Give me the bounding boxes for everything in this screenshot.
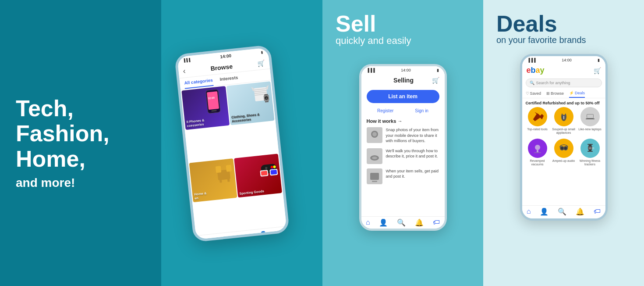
tab-deals[interactable]: ⚡ Deals: [569, 89, 585, 98]
how-step-3: When your item sells, get paid and post …: [367, 168, 439, 184]
step3-icon: [367, 168, 382, 184]
sell-signal: ▐▐▐: [367, 68, 375, 72]
tab-saved[interactable]: ♡ Saved: [526, 89, 541, 98]
search-bar[interactable]: 🔍 Search for anything: [526, 79, 602, 87]
deals-bottom-nav: ⌂ 👤 🔍 🔔 🏷: [522, 205, 605, 218]
nav-home-icon[interactable]: ⌂: [216, 235, 221, 242]
svg-text:12:23: 12:23: [588, 147, 594, 150]
deals-nav-home[interactable]: ⌂: [527, 207, 531, 216]
panel-sell: Sell quickly and easily ▐▐▐ 14:00 ▮ Sell…: [322, 0, 483, 286]
appliances-label: Souped-up small appliances: [552, 128, 576, 135]
svg-rect-39: [372, 181, 377, 182]
nav-person-icon[interactable]: 👤: [258, 230, 268, 240]
deals-item-audio[interactable]: Amped-up audio: [552, 139, 576, 167]
sell-status-bar: ▐▐▐ 14:00 ▮: [361, 66, 445, 74]
how-step-1: Snap photos of your item from your mobil…: [367, 127, 439, 144]
category-phones-label: ll Phones &ccessories: [186, 118, 205, 128]
sell-nav-tag[interactable]: 🏷: [433, 218, 440, 227]
phone-deals: ▐▐▐ 14:00 ▮ ebay 🛒 🔍 Search for anything: [520, 54, 608, 221]
tools-label: Top-rated tools: [527, 128, 547, 131]
how-it-works-section: How it works → Snap photos of your item …: [361, 115, 445, 192]
svg-point-50: [564, 147, 567, 150]
deals-item-tools[interactable]: Top-rated tools: [526, 107, 549, 135]
sell-cart-icon[interactable]: 🛒: [432, 77, 439, 84]
deals-item-appliances[interactable]: Souped-up small appliances: [552, 107, 576, 135]
audio-label: Amped-up audio: [552, 159, 575, 163]
sign-in-link[interactable]: Sign in: [415, 108, 428, 113]
sell-nav-search[interactable]: 🔍: [397, 218, 406, 227]
svg-rect-42: [587, 114, 593, 118]
list-item-button[interactable]: List an item: [367, 90, 439, 103]
category-clothing[interactable]: 12 Clothing, Shoes &Accessories: [226, 81, 275, 125]
deals-nav-search[interactable]: 🔍: [558, 207, 566, 216]
deals-item-laptops[interactable]: Like-new laptops: [578, 107, 602, 135]
deals-time: 14:00: [562, 58, 572, 62]
panel-deals: Deals on your favorite brands ▐▐▐ 14:00 …: [483, 0, 644, 286]
svg-rect-20: [227, 178, 230, 182]
tab-browse[interactable]: ⊞ Browse: [546, 89, 564, 98]
svg-rect-28: [261, 171, 268, 175]
search-icon: 🔍: [530, 81, 534, 85]
how-it-works-title: How it works →: [367, 118, 439, 124]
deals-cart-icon[interactable]: 🛒: [594, 67, 601, 74]
deals-nav-bell[interactable]: 🔔: [576, 207, 584, 216]
selling-links: Register Sign in: [361, 107, 445, 115]
svg-rect-18: [226, 165, 232, 172]
vacuums-label: Revamped vacuums: [526, 159, 549, 167]
sell-nav-home[interactable]: ⌂: [366, 218, 370, 227]
step3-text: When your item sells, get paid and post …: [386, 168, 439, 179]
svg-rect-17: [216, 166, 222, 173]
selling-title: Selling: [375, 77, 432, 84]
svg-rect-30: [270, 170, 277, 175]
deals-tabs: ♡ Saved ⊞ Browse ⚡ Deals: [522, 89, 605, 98]
deals-screen: ▐▐▐ 14:00 ▮ ebay 🛒 🔍 Search for anything: [522, 56, 605, 218]
deals-header: Deals on your favorite brands: [483, 0, 644, 50]
category-home-label: Home &en: [194, 191, 207, 200]
category-home[interactable]: Home &en: [189, 158, 237, 202]
laptops-circle: [580, 107, 600, 126]
sell-phone-area: ▐▐▐ 14:00 ▮ Selling 🛒 List an item Regis…: [322, 60, 483, 231]
register-link[interactable]: Register: [377, 108, 393, 113]
step1-icon: [367, 127, 382, 143]
category-sporting-label: Sporting Goods: [239, 189, 264, 196]
deals-nav-tag[interactable]: 🏷: [594, 207, 601, 216]
svg-point-36: [372, 157, 377, 159]
back-arrow-icon[interactable]: ‹: [183, 66, 186, 76]
svg-marker-9: [251, 86, 254, 91]
deals-item-vacuums[interactable]: Revamped vacuums: [526, 139, 549, 167]
deals-signal: ▐▐▐: [527, 58, 536, 62]
deals-nav-person[interactable]: 👤: [540, 207, 548, 216]
category-sporting[interactable]: Sporting Goods: [234, 154, 282, 197]
browse-screen: ‹ Browse 🛒 All categories Interests: [178, 56, 288, 242]
sell-nav-person[interactable]: 👤: [379, 218, 388, 227]
deals-grid-row1: Top-rated tools Souped-up small applianc…: [522, 107, 605, 135]
svg-rect-1: [207, 91, 219, 110]
fitness-label: Winning fitness trackers: [578, 159, 602, 167]
search-placeholder: Search for anything: [536, 81, 570, 85]
svg-rect-46: [534, 152, 541, 153]
deals-battery: ▮: [598, 58, 600, 62]
deals-subline: on your favorite brands: [496, 35, 631, 45]
clothing-product-image: 12: [250, 82, 272, 104]
browse-grid: 12:00 ll Phones &ccessories: [180, 80, 287, 236]
deals-item-fitness[interactable]: 12:23 Winning fitness trackers: [578, 139, 602, 167]
svg-rect-38: [370, 173, 379, 180]
browse-title: Browse: [210, 63, 233, 72]
time-display: 14:00: [220, 53, 232, 59]
step2-icon: [367, 148, 382, 164]
phone-browse-wrapper: ▐▐▐ 14:00 ▮ ‹ Browse 🛒 All categories In…: [174, 45, 290, 243]
category-clothing-label: Clothing, Shoes &Accessories: [231, 112, 260, 123]
sell-headline: Sell: [336, 12, 470, 35]
tools-circle: [528, 107, 547, 126]
svg-rect-19: [219, 179, 222, 182]
browse-icon: ⊞: [546, 91, 550, 96]
tab-interests[interactable]: Interests: [219, 72, 238, 85]
sell-nav-bell[interactable]: 🔔: [415, 218, 424, 227]
signal-icon: ▐▐▐: [183, 58, 191, 63]
phone-product-image: 12:00: [202, 88, 226, 116]
sell-nav: Selling 🛒: [361, 74, 445, 86]
cart-icon[interactable]: 🛒: [257, 59, 265, 67]
category-phones[interactable]: 12:00 ll Phones &ccessories: [181, 86, 230, 130]
step1-text: Snap photos of your item from your mobil…: [386, 127, 439, 144]
svg-rect-55: [587, 151, 593, 152]
